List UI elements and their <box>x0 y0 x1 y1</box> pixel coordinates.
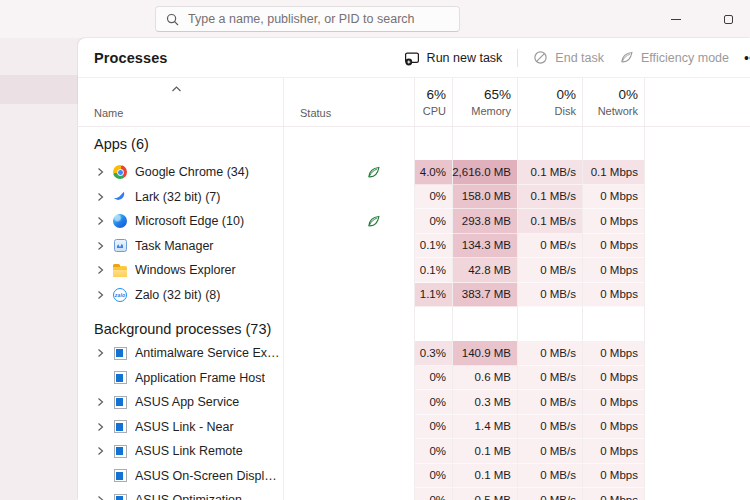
cpu-cell: 1.1% <box>415 283 453 308</box>
column-header-memory[interactable]: 65% Memory <box>453 78 518 126</box>
process-row[interactable]: zaloZalo (32 bit) (8)1.1%383.7 MB0 MB/s0… <box>78 283 750 308</box>
minimize-button[interactable] <box>664 7 688 31</box>
expand-chevron-icon[interactable] <box>96 167 106 177</box>
status-cell <box>284 488 415 500</box>
memory-cell: 0.1 MB <box>453 464 518 489</box>
process-name-cell: ASUS Link - Near <box>78 415 284 440</box>
disk-cell: 0 MB/s <box>518 366 583 391</box>
section-label: Background processes (73) <box>78 321 271 337</box>
expand-chevron-icon[interactable] <box>96 241 106 251</box>
memory-cell: 140.9 MB <box>453 341 518 366</box>
disk-cell: 0.1 MB/s <box>518 160 583 185</box>
generic-app-icon <box>112 345 128 361</box>
disk-cell: 0 MB/s <box>518 341 583 366</box>
process-name-cell: Lark (32 bit) (7) <box>78 185 284 210</box>
expand-chevron-icon[interactable] <box>96 446 106 456</box>
folder-app-icon <box>112 262 128 278</box>
column-header-cpu[interactable]: 6% CPU <box>415 78 453 126</box>
cpu-cell: 0% <box>415 366 453 391</box>
nav-item-highlight[interactable] <box>0 75 78 104</box>
process-row[interactable]: Lark (32 bit) (7)0%158.0 MB0.1 MB/s0 Mbp… <box>78 185 750 210</box>
status-cell <box>284 160 415 185</box>
process-name: ASUS Link Remote <box>135 444 243 458</box>
efficiency-mode-label: Efficiency mode <box>641 51 729 65</box>
process-name-cell: Task Manager <box>78 234 284 259</box>
window-titlebar <box>0 0 750 38</box>
process-name: Application Frame Host <box>135 371 265 385</box>
cpu-column-label: CPU <box>423 105 446 117</box>
more-options-button[interactable]: ••• <box>744 50 750 66</box>
expand-chevron-icon[interactable] <box>96 265 106 275</box>
process-row[interactable]: ASUS Optimization0%0.5 MB0 MB/s0 Mbps <box>78 488 750 500</box>
process-row[interactable]: ASUS On-Screen Display (32 b…0%0.1 MB0 M… <box>78 464 750 489</box>
expand-chevron-icon[interactable] <box>96 397 106 407</box>
status-cell <box>284 439 415 464</box>
memory-cell: 0.5 MB <box>453 488 518 500</box>
network-cell: 0 Mbps <box>583 366 645 391</box>
process-row[interactable]: ASUS App Service0%0.3 MB0 MB/s0 Mbps <box>78 390 750 415</box>
process-name: Windows Explorer <box>135 263 236 277</box>
memory-cell: 0.6 MB <box>453 366 518 391</box>
process-row[interactable]: Microsoft Edge (10)0%293.8 MB0.1 MB/s0 M… <box>78 209 750 234</box>
run-new-task-button[interactable]: Run new task <box>404 50 503 66</box>
section-header-row[interactable]: Apps (6) <box>78 127 750 160</box>
expand-chevron-icon[interactable] <box>96 192 106 202</box>
process-name: ASUS App Service <box>135 395 239 409</box>
network-cell: 0 Mbps <box>583 341 645 366</box>
network-cell: 0 Mbps <box>583 283 645 308</box>
process-row[interactable]: Antimalware Service Executable0.3%140.9 … <box>78 341 750 366</box>
process-name: ASUS Link - Near <box>135 420 234 434</box>
disk-cell: 0 MB/s <box>518 439 583 464</box>
cpu-cell: 0% <box>415 464 453 489</box>
process-row[interactable]: Windows Explorer0.1%42.8 MB0 MB/s0 Mbps <box>78 258 750 283</box>
process-row[interactable]: ASUS Link - Near0%1.4 MB0 MB/s0 Mbps <box>78 415 750 440</box>
process-name-cell: ASUS Link Remote <box>78 439 284 464</box>
memory-cell: 134.3 MB <box>453 234 518 259</box>
expand-chevron-icon[interactable] <box>96 216 106 226</box>
memory-cell: 42.8 MB <box>453 258 518 283</box>
network-cell: 0 Mbps <box>583 209 645 234</box>
process-table-body: Apps (6)Google Chrome (34)4.0%2,616.0 MB… <box>78 127 750 500</box>
column-header-status[interactable]: Status <box>284 78 415 126</box>
cpu-cell: 0.3% <box>415 341 453 366</box>
panel-header: Processes Run new task End task <box>78 38 750 78</box>
expand-chevron-icon[interactable] <box>96 348 106 358</box>
process-name-cell: zaloZalo (32 bit) (8) <box>78 283 284 308</box>
column-header-network[interactable]: 0% Network <box>583 78 645 126</box>
memory-cell: 0.1 MB <box>453 439 518 464</box>
expand-chevron-icon[interactable] <box>96 495 106 500</box>
end-task-icon <box>533 50 548 65</box>
network-cell: 0 Mbps <box>583 258 645 283</box>
taskmgr-app-icon <box>112 238 128 254</box>
network-column-label: Network <box>598 105 638 117</box>
process-name: Lark (32 bit) (7) <box>135 190 220 204</box>
process-row[interactable]: Google Chrome (34)4.0%2,616.0 MB0.1 MB/s… <box>78 160 750 185</box>
column-header-disk[interactable]: 0% Disk <box>518 78 583 126</box>
search-input[interactable] <box>188 12 449 26</box>
end-task-button[interactable]: End task <box>533 50 604 65</box>
page-title: Processes <box>94 50 167 66</box>
process-row[interactable]: Task Manager0.1%134.3 MB0 MB/s0 Mbps <box>78 234 750 259</box>
maximize-button[interactable] <box>716 7 740 31</box>
process-name-cell: Antimalware Service Executable <box>78 341 284 366</box>
section-header-row[interactable]: Background processes (73) <box>78 316 750 341</box>
network-cell: 0 Mbps <box>583 415 645 440</box>
process-row[interactable]: ASUS Link Remote0%0.1 MB0 MB/s0 Mbps <box>78 439 750 464</box>
process-row[interactable]: Application Frame Host0%0.6 MB0 MB/s0 Mb… <box>78 366 750 391</box>
status-cell <box>284 415 415 440</box>
memory-cell: 158.0 MB <box>453 185 518 210</box>
zalo-app-icon: zalo <box>112 287 128 303</box>
end-task-label: End task <box>555 51 604 65</box>
memory-cell: 383.7 MB <box>453 283 518 308</box>
expand-chevron-icon[interactable] <box>96 290 106 300</box>
generic-app-icon <box>112 370 128 386</box>
cpu-cell: 0% <box>415 415 453 440</box>
cpu-cell: 0% <box>415 185 453 210</box>
disk-column-label: Disk <box>555 105 576 117</box>
expand-chevron-icon[interactable] <box>96 422 106 432</box>
search-box[interactable] <box>155 6 460 32</box>
lark-app-icon <box>112 189 128 205</box>
process-name-cell: Application Frame Host <box>78 366 284 391</box>
generic-app-icon <box>112 419 128 435</box>
efficiency-mode-button[interactable]: Efficiency mode <box>619 50 729 65</box>
